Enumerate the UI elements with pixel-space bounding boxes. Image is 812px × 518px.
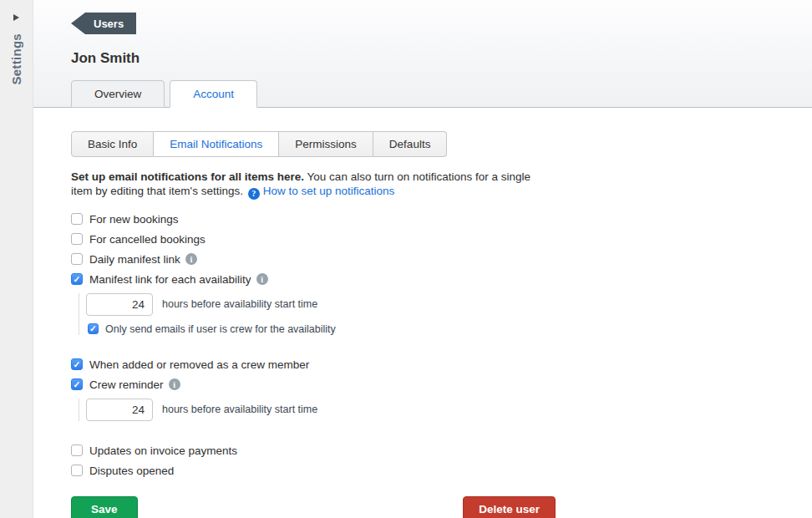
save-button[interactable]: Save [71, 496, 138, 518]
settings-sidebar[interactable]: Settings [0, 0, 33, 518]
tab-bar: Overview Account [71, 80, 257, 108]
crew-reminder-settings-group: hours before availability start time [79, 399, 812, 421]
checkbox-manifest-each-availability[interactable] [71, 273, 83, 285]
users-back-button[interactable]: Users [71, 13, 136, 34]
checkbox-disputes-opened[interactable] [71, 465, 83, 476]
subtab-defaults[interactable]: Defaults [373, 131, 448, 157]
app-window: Settings Users Jon Smith Overview Accoun… [0, 0, 812, 518]
subtab-email-notifications[interactable]: Email Notifications [154, 131, 279, 157]
account-content: Basic Info Email Notifications Permissio… [33, 108, 812, 518]
label-invoice-updates[interactable]: Updates on invoice payments [89, 444, 237, 457]
reminder-hours-input[interactable] [86, 399, 153, 421]
info-icon[interactable]: i [185, 253, 197, 265]
users-back-label: Users [94, 18, 124, 30]
reminder-hours-suffix: hours before availability start time [162, 404, 317, 415]
notification-options-list: For new bookings For cancelled bookings … [71, 213, 812, 477]
row-daily-manifest: Daily manifest link i [71, 253, 812, 266]
row-crew-added-removed: When added or removed as a crew member [71, 358, 812, 371]
manifest-hours-suffix: hours before availability start time [162, 298, 317, 310]
intro-lead: Set up email notifications for all items… [71, 170, 304, 183]
checkbox-only-crew[interactable] [88, 323, 99, 334]
intro-text: Set up email notifications for all items… [71, 170, 554, 200]
account-section-tabs: Basic Info Email Notifications Permissio… [71, 131, 447, 157]
row-manifest-each: Manifest link for each availability i [71, 273, 812, 286]
manifest-hours-input[interactable] [86, 293, 153, 316]
delete-user-button[interactable]: Delete user [463, 496, 556, 518]
label-crew-reminder[interactable]: Crew reminder [89, 378, 164, 391]
sidebar-settings-label[interactable]: Settings [9, 33, 23, 85]
checkbox-new-bookings[interactable] [71, 213, 83, 225]
tab-account[interactable]: Account [170, 80, 257, 108]
page-title: Jon Smith [71, 50, 140, 67]
help-icon[interactable]: ? [248, 188, 260, 200]
reminder-hours-row: hours before availability start time [86, 399, 812, 421]
action-buttons-row: Save Delete user [71, 496, 556, 518]
how-to-setup-link[interactable]: How to set up notifications [263, 185, 395, 197]
label-only-crew[interactable]: Only send emails if user is crew for the… [105, 323, 336, 335]
expand-chevron-icon[interactable] [13, 14, 19, 21]
manifest-settings-group: hours before availability start time Onl… [79, 293, 812, 335]
info-icon[interactable]: i [256, 273, 268, 285]
label-new-bookings[interactable]: For new bookings [89, 213, 179, 226]
label-crew-added-removed[interactable]: When added or removed as a crew member [89, 358, 309, 371]
row-only-crew: Only send emails if user is crew for the… [88, 323, 812, 335]
label-cancelled-bookings[interactable]: For cancelled bookings [89, 233, 206, 246]
checkbox-invoice-updates[interactable] [71, 444, 83, 456]
row-cancelled-bookings: For cancelled bookings [71, 233, 812, 246]
label-disputes-opened[interactable]: Disputes opened [89, 465, 174, 477]
row-crew-reminder: Crew reminder i [71, 378, 812, 391]
checkbox-cancelled-bookings[interactable] [71, 233, 83, 245]
manifest-hours-row: hours before availability start time [86, 293, 812, 316]
row-new-bookings: For new bookings [71, 213, 812, 226]
label-manifest-each-availability[interactable]: Manifest link for each availability [89, 273, 251, 286]
checkbox-daily-manifest[interactable] [71, 253, 83, 265]
checkbox-crew-added-removed[interactable] [71, 358, 83, 370]
main-panel: Users Jon Smith Overview Account Basic I… [33, 0, 812, 518]
tab-overview[interactable]: Overview [71, 80, 165, 108]
row-disputes-opened: Disputes opened [71, 465, 812, 477]
page-header: Users Jon Smith Overview Account [33, 0, 812, 108]
label-daily-manifest[interactable]: Daily manifest link [89, 253, 180, 266]
subtab-permissions[interactable]: Permissions [279, 131, 373, 157]
checkbox-crew-reminder[interactable] [71, 378, 83, 390]
subtab-basic-info[interactable]: Basic Info [71, 131, 154, 157]
row-invoice-updates: Updates on invoice payments [71, 444, 812, 457]
info-icon[interactable]: i [169, 378, 180, 390]
